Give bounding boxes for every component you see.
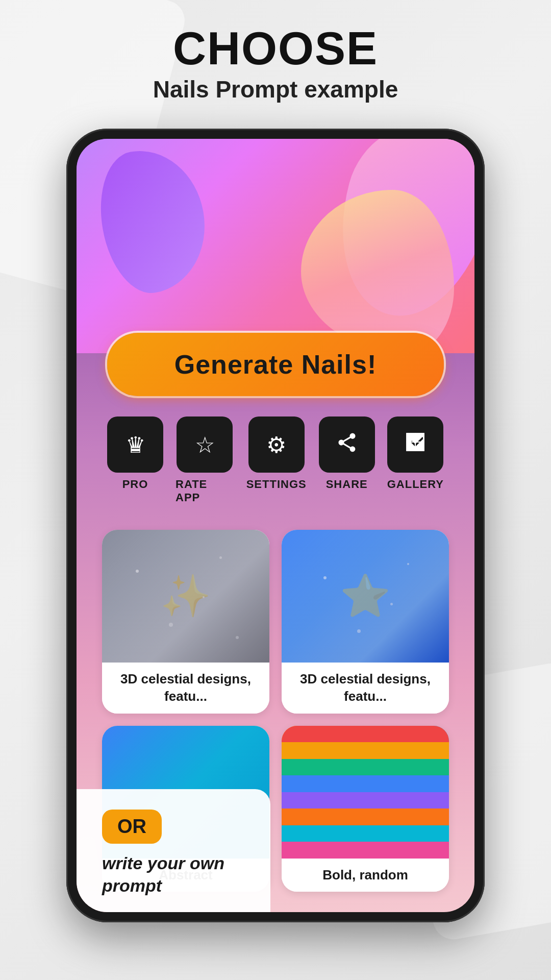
nail-hero-image bbox=[77, 139, 474, 353]
gallery-label: GALLERY bbox=[387, 478, 444, 491]
main-title: CHOOSE bbox=[153, 26, 398, 71]
nail-card-1-image bbox=[102, 530, 269, 663]
gallery-item: GALLERY bbox=[387, 416, 444, 504]
nail-card-2[interactable]: 3D celestial designs, featu... bbox=[282, 530, 449, 714]
nail-card-4-image bbox=[282, 726, 449, 859]
or-prompt-box: OR write your own prompt bbox=[77, 789, 270, 912]
generate-button-wrapper: Generate Nails! bbox=[77, 333, 474, 396]
rate-app-label: RATE APP bbox=[176, 478, 234, 504]
nail-card-4[interactable]: Bold, random bbox=[282, 726, 449, 892]
share-icon-box[interactable] bbox=[319, 416, 375, 473]
nail-finger-decor bbox=[301, 190, 454, 353]
write-prompt-text: write your own prompt bbox=[102, 852, 250, 897]
or-badge: OR bbox=[102, 810, 162, 844]
phone-screen: Generate Nails! ♛ PRO ☆ RATE APP bbox=[77, 139, 474, 912]
settings-icon-box[interactable]: ⚙ bbox=[248, 416, 305, 473]
nail-card-2-image bbox=[282, 530, 449, 663]
action-icons-row: ♛ PRO ☆ RATE APP ⚙ SETTINGS bbox=[77, 396, 474, 514]
header-section: CHOOSE Nails Prompt example bbox=[133, 0, 419, 113]
pro-item: ♛ PRO bbox=[107, 416, 163, 504]
share-icon bbox=[336, 431, 358, 458]
gallery-icon bbox=[404, 431, 427, 458]
share-label: SHARE bbox=[326, 478, 368, 491]
subtitle: Nails Prompt example bbox=[153, 76, 398, 103]
pro-icon-box[interactable]: ♛ bbox=[107, 416, 163, 473]
crown-icon: ♛ bbox=[126, 432, 145, 458]
phone-mockup: Generate Nails! ♛ PRO ☆ RATE APP bbox=[66, 129, 485, 922]
share-item: SHARE bbox=[319, 416, 375, 504]
star-icon: ☆ bbox=[195, 432, 215, 458]
gear-icon: ⚙ bbox=[266, 432, 286, 458]
generate-nails-button[interactable]: Generate Nails! bbox=[107, 333, 444, 396]
rate-app-item: ☆ RATE APP bbox=[176, 416, 234, 504]
nail-card-1-label: 3D celestial designs, featu... bbox=[102, 663, 269, 714]
settings-item: ⚙ SETTINGS bbox=[246, 416, 307, 504]
nail-card-2-label: 3D celestial designs, featu... bbox=[282, 663, 449, 714]
nail-card-1[interactable]: 3D celestial designs, featu... bbox=[102, 530, 269, 714]
nail-card-4-label: Bold, random bbox=[282, 859, 449, 892]
settings-label: SETTINGS bbox=[246, 478, 307, 491]
rate-app-icon-box[interactable]: ☆ bbox=[177, 416, 233, 473]
gallery-icon-box[interactable] bbox=[387, 416, 443, 473]
pro-label: PRO bbox=[122, 478, 148, 491]
page-wrapper: CHOOSE Nails Prompt example Generate Nai… bbox=[0, 0, 551, 922]
